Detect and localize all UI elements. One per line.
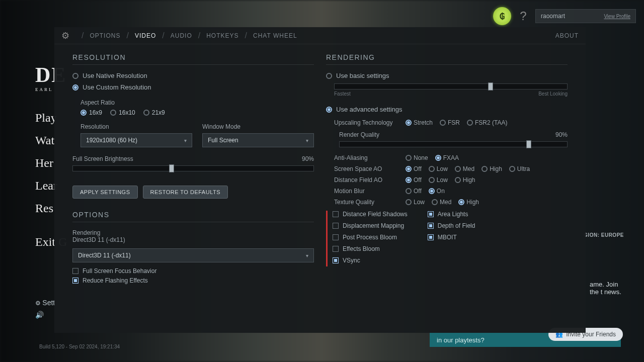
ssao-med[interactable]: Med <box>455 165 474 172</box>
cb-area-lights[interactable]: Area Lights <box>428 211 475 218</box>
rendering-title: RENDERING <box>326 53 568 65</box>
ssao-off[interactable]: Off <box>406 165 422 172</box>
restore-defaults-button[interactable]: RESTORE TO DEFAULTS <box>143 186 228 199</box>
chevron-down-icon: ▾ <box>184 138 187 143</box>
brightness-value: 90% <box>302 155 314 162</box>
help-icon[interactable]: ? <box>516 9 530 23</box>
brightness-slider[interactable] <box>72 165 314 171</box>
feature-checkboxes: Distance Field Shadows Displacement Mapp… <box>326 211 568 266</box>
slider-thumb[interactable] <box>488 82 493 90</box>
radio-icon <box>326 107 332 113</box>
dfao-low[interactable]: Low <box>429 176 448 184</box>
radio-icon <box>72 73 78 79</box>
focus-behavior-checkbox[interactable]: Full Screen Focus Behavior <box>72 267 314 275</box>
custom-resolution-radio[interactable]: Use Custom Resolution <box>72 83 314 91</box>
slider-thumb[interactable] <box>169 164 174 172</box>
ssao-low[interactable]: Low <box>429 165 448 172</box>
region-badge: GION: EUROPE <box>584 232 624 238</box>
username-label: raoomart <box>541 13 565 20</box>
window-mode-label: Window Mode <box>202 123 314 130</box>
tex-label: Texture Quality <box>334 199 398 206</box>
aa-label: Anti-Aliasing <box>334 154 398 161</box>
render-quality-value: 90% <box>555 131 568 138</box>
blur-off[interactable]: Off <box>406 188 422 195</box>
basic-quality-slider[interactable] <box>334 83 568 89</box>
cb-post-bloom[interactable]: Post Process Bloom <box>333 234 408 241</box>
slider-thumb[interactable] <box>526 140 531 148</box>
dfao-off[interactable]: Off <box>406 176 422 184</box>
aspect-ratio-label: Aspect Ratio <box>80 99 314 106</box>
ssao-label: Screen Space AO <box>334 165 398 172</box>
dfao-high[interactable]: High <box>455 176 475 184</box>
aa-none[interactable]: None <box>406 154 428 161</box>
render-quality-slider[interactable] <box>339 141 568 147</box>
tab-bar: ⚙ / OPTIONS / VIDEO / AUDIO / HOTKEYS / … <box>54 27 586 44</box>
apply-settings-button[interactable]: APPLY SETTINGS <box>72 186 138 199</box>
rendering-column: RENDERING Use basic settings Fastest Bes… <box>326 53 568 287</box>
rendering-select[interactable]: Direct3D 11 (-dx11) ▾ <box>72 248 314 262</box>
news-snippet: ame. Join the t news. <box>590 281 625 296</box>
tab-chatwheel[interactable]: CHAT WHEEL <box>253 32 297 39</box>
aspect-16x10[interactable]: 16x10 <box>110 109 135 116</box>
upscale-fsr[interactable]: FSR <box>440 119 460 126</box>
gear-icon[interactable]: ⚙ <box>61 30 75 41</box>
render-quality-label: Render Quality <box>339 131 379 138</box>
slider-fastest-label: Fastest <box>334 91 351 97</box>
basic-settings-radio[interactable]: Use basic settings <box>326 72 568 79</box>
checkbox-icon <box>72 278 78 284</box>
tab-hotkeys[interactable]: HOTKEYS <box>206 32 238 39</box>
tab-about[interactable]: ABOUT <box>555 32 579 39</box>
resolution-column: RESOLUTION Use Native Resolution Use Cus… <box>72 53 314 287</box>
options-title: OPTIONS <box>72 211 314 222</box>
bg-settings: Sett <box>35 299 55 307</box>
resolution-select[interactable]: 1920x1080 (60 Hz) ▾ <box>80 133 192 147</box>
cb-vsync[interactable]: VSync <box>333 257 408 264</box>
aa-fxaa[interactable]: FXAA <box>435 154 459 161</box>
upscale-stretch[interactable]: Stretch <box>406 119 433 126</box>
window-mode-select[interactable]: Full Screen ▾ <box>202 133 314 147</box>
tex-low[interactable]: Low <box>406 199 425 206</box>
rendering-header: Rendering <box>72 229 314 236</box>
cb-displacement[interactable]: Displacement Mapping <box>333 222 408 229</box>
cb-mboit[interactable]: MBOIT <box>428 234 475 241</box>
aspect-16x9[interactable]: 16x9 <box>80 109 102 116</box>
speaker-icon: 🔊 <box>35 311 44 319</box>
cb-distance-shadows[interactable]: Distance Field Shadows <box>333 211 408 218</box>
slider-best-label: Best Looking <box>538 91 568 97</box>
tab-audio[interactable]: AUDIO <box>171 32 192 39</box>
chevron-down-icon: ▾ <box>306 253 308 258</box>
build-info: Build 5,120 - Sep 02 2024, 19:21:34 <box>39 344 120 349</box>
radio-icon <box>326 73 332 79</box>
rendering-current: Direct3D 11 (-dx11) <box>72 236 314 243</box>
blur-label: Motion Blur <box>334 188 398 195</box>
view-profile-link[interactable]: View Profile <box>604 14 630 19</box>
cb-depth-of-field[interactable]: Depth of Field <box>428 222 475 229</box>
native-resolution-radio[interactable]: Use Native Resolution <box>72 72 314 79</box>
tab-video[interactable]: VIDEO <box>135 32 156 39</box>
cb-effects-bloom[interactable]: Effects Bloom <box>333 245 408 252</box>
tab-options[interactable]: OPTIONS <box>90 32 120 39</box>
checkbox-icon <box>72 268 78 274</box>
aspect-ratio-group: 16x9 16x10 21x9 <box>80 109 314 116</box>
ssao-ultra[interactable]: Ultra <box>509 165 530 172</box>
tex-med[interactable]: Med <box>432 199 451 206</box>
ssao-high[interactable]: High <box>481 165 502 172</box>
settings-panel: ⚙ / OPTIONS / VIDEO / AUDIO / HOTKEYS / … <box>54 27 586 333</box>
upscaling-label: Upscaling Technology <box>334 119 398 126</box>
upscale-fsr2[interactable]: FSR2 (TAA) <box>467 119 507 126</box>
resolution-title: RESOLUTION <box>72 53 314 65</box>
advanced-settings-radio[interactable]: Use advanced settings <box>326 106 568 113</box>
currency-icon[interactable]: ₲ <box>493 7 511 25</box>
brightness-label: Full Screen Brightness <box>72 155 133 162</box>
resolution-select-label: Resolution <box>80 123 192 130</box>
radio-icon <box>72 84 78 90</box>
dfao-label: Distance Field AO <box>334 176 398 184</box>
blur-on[interactable]: On <box>429 188 445 195</box>
profile-button[interactable]: raoomart View Profile <box>535 9 636 23</box>
reduce-flashing-checkbox[interactable]: Reduce Flashing Effects <box>72 277 314 284</box>
chevron-down-icon: ▾ <box>306 138 308 143</box>
tex-high[interactable]: High <box>458 199 479 206</box>
aspect-21x9[interactable]: 21x9 <box>143 109 165 116</box>
